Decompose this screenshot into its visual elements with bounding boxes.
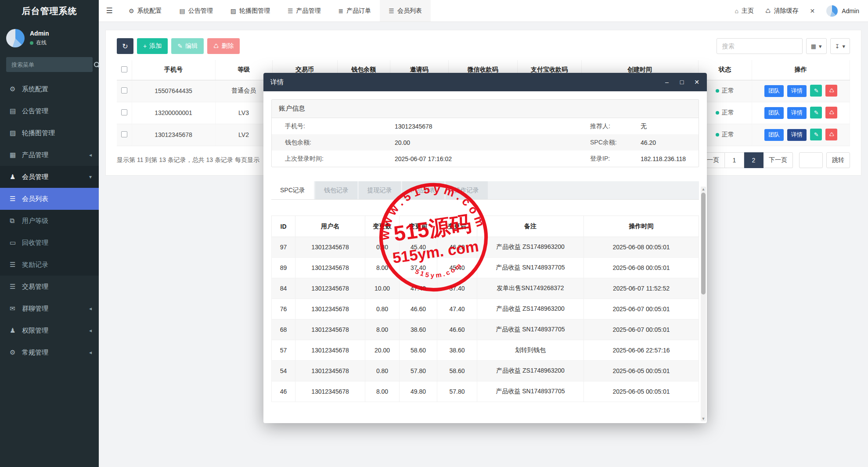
sidebar-item-carousel[interactable]: ▨轮播图管理 (0, 122, 99, 144)
pencil-icon: ✎ (177, 43, 183, 50)
team-button[interactable]: 团队 (764, 129, 784, 141)
row-edit-button[interactable]: ✎ (810, 85, 822, 97)
record-row: 76130123456780.8046.6047.40产品收益 ZS174896… (272, 299, 699, 320)
user-menu[interactable]: Admin (826, 5, 859, 17)
caret-down-icon: ▾ (842, 43, 845, 50)
account-info-title: 账户信息 (272, 100, 699, 118)
columns-icon: ▦ (811, 43, 816, 50)
nav-item-system-config[interactable]: ⚙系统配置 (120, 0, 171, 22)
select-all-checkbox[interactable] (121, 66, 127, 72)
scrollbar-thumb[interactable] (701, 193, 706, 295)
nav-item-announcement[interactable]: ▤公告管理 (171, 0, 222, 22)
list-icon: ≣ (339, 7, 344, 14)
add-button[interactable]: +添加 (137, 38, 168, 54)
detail-button[interactable]: 详情 (787, 129, 807, 141)
sidebar-toggle-button[interactable]: ☰ (99, 0, 120, 22)
edit-button[interactable]: ✎编辑 (171, 38, 204, 54)
sidebar-item-product[interactable]: ▦产品管理◂ (0, 144, 99, 166)
sidebar-search-input[interactable] (6, 61, 94, 68)
team-button[interactable]: 团队 (764, 107, 784, 119)
sidebar-item-announcement[interactable]: ▤公告管理 (0, 100, 99, 122)
hamburger-icon: ☰ (106, 6, 112, 15)
row-checkbox[interactable] (121, 87, 127, 93)
search-button[interactable] (94, 57, 100, 72)
rec-header-remark: 备注 (477, 216, 584, 237)
row-delete-button[interactable]: ♺ (825, 129, 837, 140)
next-page-button[interactable]: 下一页 (764, 152, 793, 168)
tab-product-list[interactable]: 产品列表 (402, 181, 444, 199)
info-row: 手机号: 13012345678 推荐人: 无 (272, 118, 699, 134)
sidebar-item-user-level[interactable]: ⧉用户等级 (0, 210, 99, 232)
chevron-left-icon: ◂ (89, 327, 92, 334)
row-delete-button[interactable]: ♺ (825, 107, 837, 119)
detail-button[interactable]: 详情 (787, 107, 807, 119)
home-link[interactable]: ⌂主页 (735, 7, 754, 15)
nav-item-carousel[interactable]: ▨轮播图管理 (222, 0, 279, 22)
tab-operation-records[interactable]: 操作记录 (446, 181, 488, 199)
avatar (826, 5, 838, 17)
team-button[interactable]: 团队 (764, 85, 784, 97)
columns-dropdown-button[interactable]: ▦▾ (806, 38, 827, 54)
clear-cache-link[interactable]: ♺清除缓存 (765, 7, 799, 15)
modal-scrollbar[interactable]: ▲ ▼ (701, 187, 706, 421)
page-button-2[interactable]: 2 (744, 152, 764, 168)
sidebar-item-reward-records[interactable]: ☰奖励记录 (0, 254, 99, 276)
refresh-button[interactable]: ↻ (117, 38, 133, 54)
file-icon: ▤ (10, 107, 22, 115)
detail-button[interactable]: 详情 (787, 85, 807, 97)
nav-item-member-list[interactable]: ☰会员列表 (380, 0, 431, 22)
info-label: 钱包余额: (285, 139, 395, 147)
sidebar-item-general[interactable]: ⚙常规管理◂ (0, 341, 99, 363)
cell-phone: 13012345678 (132, 124, 215, 146)
cell-phone: 15507644435 (132, 80, 215, 102)
minimize-icon[interactable]: – (664, 79, 670, 86)
row-delete-button[interactable]: ♺ (825, 85, 837, 97)
sidebar-item-member-management[interactable]: ♟会员管理▾ (0, 166, 99, 188)
page-jump-button[interactable]: 跳转 (826, 152, 850, 168)
record-tabs: SPC记录 钱包记录 提现记录 产品列表 操作记录 (271, 181, 699, 200)
scroll-up-icon[interactable]: ▲ (701, 187, 706, 192)
pencil-icon: ✎ (814, 109, 819, 116)
row-edit-button[interactable]: ✎ (810, 129, 822, 140)
sidebar-item-group-chat[interactable]: ✉群聊管理◂ (0, 298, 99, 320)
list-icon: ☰ (10, 283, 22, 291)
info-value: 46.20 (641, 139, 699, 146)
modal-titlebar[interactable]: 详情 – □ ✕ (263, 73, 707, 91)
avatar (6, 29, 25, 47)
close-icon[interactable]: ✕ (694, 79, 700, 86)
sidebar-item-trade[interactable]: ☰交易管理 (0, 276, 99, 298)
users-icon: ♟ (10, 327, 22, 334)
tab-spc-records[interactable]: SPC记录 (271, 181, 314, 199)
delete-button[interactable]: ♺删除 (207, 38, 240, 54)
row-checkbox[interactable] (121, 109, 127, 115)
row-checkbox[interactable] (121, 131, 127, 137)
info-label: 手机号: (285, 122, 395, 130)
fullscreen-button[interactable]: ✕ (810, 7, 815, 14)
tab-withdraw-records[interactable]: 提现记录 (359, 181, 401, 199)
sidebar-item-system-config[interactable]: ⚙系统配置 (0, 78, 99, 100)
chevron-left-icon: ◂ (89, 349, 92, 356)
maximize-icon[interactable]: □ (679, 79, 685, 86)
table-search-input[interactable] (717, 38, 803, 54)
record-row: 97130123456780.8045.4046.20产品收益 ZS174896… (272, 237, 699, 258)
refresh-icon: ↻ (122, 42, 128, 50)
pencil-icon: ✎ (814, 87, 819, 94)
sidebar-item-member-list[interactable]: ☰会员列表 (0, 188, 99, 210)
card-icon: ▭ (10, 239, 22, 247)
image-icon: ▨ (10, 129, 22, 137)
sidebar-item-permissions[interactable]: ♟权限管理◂ (0, 320, 99, 341)
list-icon: ☰ (288, 7, 293, 14)
scroll-down-icon[interactable]: ▼ (701, 416, 706, 421)
nav-item-orders[interactable]: ≣产品订单 (330, 0, 380, 22)
export-icon: ↧ (835, 43, 840, 50)
trash-icon: ♺ (213, 43, 219, 50)
export-dropdown-button[interactable]: ↧▾ (830, 38, 850, 54)
info-label: 推荐人: (590, 122, 641, 130)
tab-wallet-records[interactable]: 钱包记录 (315, 181, 357, 199)
row-edit-button[interactable]: ✎ (810, 107, 822, 119)
user-name: Admin (842, 7, 859, 14)
page-button-1[interactable]: 1 (725, 152, 744, 168)
nav-item-product[interactable]: ☰产品管理 (279, 0, 330, 22)
page-jump-input[interactable] (799, 152, 823, 168)
sidebar-item-recycle[interactable]: ▭回收管理 (0, 232, 99, 254)
